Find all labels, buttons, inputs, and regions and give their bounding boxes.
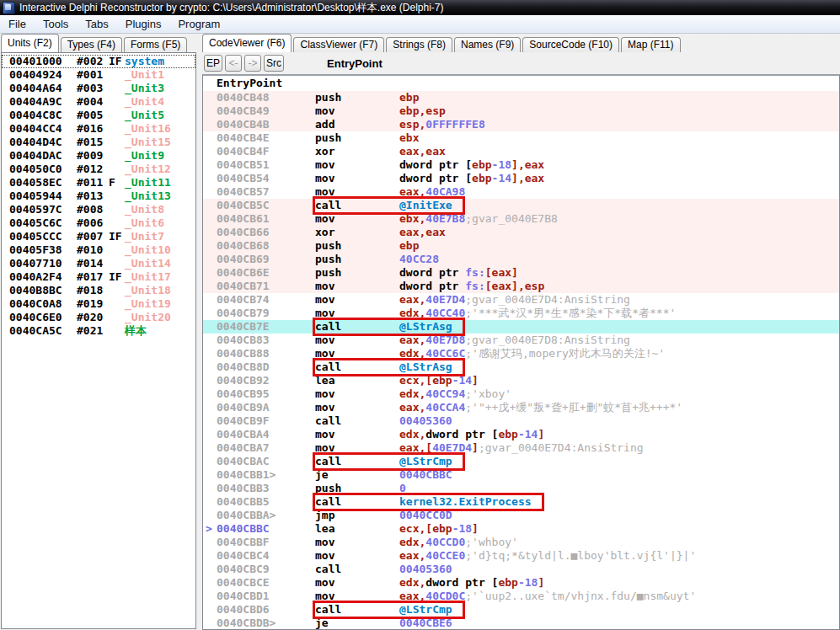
asm-operands: ebp	[399, 239, 419, 253]
asm-row-0040CB79[interactable]: 0040CB79movedx,40CC40;'***武*汉*男*生*感*染*下*…	[203, 307, 839, 320]
asm-row-0040CB9F[interactable]: 0040CB9Fcall00405360	[203, 414, 839, 428]
unit-flags	[109, 68, 125, 82]
unit-row-_Unit9[interactable]: 00404DAC#009_Unit9	[2, 149, 195, 163]
jump-target-marker	[206, 158, 217, 172]
entrypoint-button[interactable]: EP	[204, 55, 222, 72]
asm-row-0040CB8D[interactable]: 0040CB8Dcall@LStrAsg	[203, 360, 839, 374]
menu-tabs[interactable]: Tabs	[77, 15, 116, 33]
jump-target-marker	[206, 428, 217, 441]
asm-row-0040CB4E[interactable]: 0040CB4Epushebx	[203, 131, 839, 145]
asm-row-0040CB92[interactable]: 0040CB92leaecx,[ebp-14]	[203, 374, 839, 387]
tab-map-f11[interactable]: Map (F11)	[621, 37, 680, 52]
unit-address: 00405CCC	[9, 230, 77, 243]
unit-row-_Unit1[interactable]: 00404924#001_Unit1	[2, 68, 195, 82]
asm-row-0040CBD6[interactable]: 0040CBD6call@LStrCmp	[203, 603, 839, 617]
unit-name: _Unit9	[125, 149, 164, 163]
asm-row-0040CB71[interactable]: 0040CB71movdword ptr fs:[eax],esp	[203, 280, 839, 293]
unit-row-样本[interactable]: 0040CA5C#021样本	[2, 324, 195, 338]
asm-row-0040CBA4[interactable]: 0040CBA4movedx,dword ptr [ebp-14]	[203, 428, 839, 441]
jump-target-marker	[206, 509, 217, 522]
asm-operands: @LStrAsg	[399, 320, 452, 334]
tab-types-f4[interactable]: Types (F4)	[61, 37, 122, 52]
tab-codeviewer-f6[interactable]: CodeViewer (F6)	[202, 34, 292, 52]
asm-row-0040CB7E[interactable]: 0040CB7Ecall@LStrAsg	[203, 320, 839, 334]
asm-row-0040CB68[interactable]: 0040CB68pushebp	[203, 239, 839, 253]
asm-row-0040CB66[interactable]: 0040CB66xoreax,eax	[203, 226, 839, 239]
unit-row-_Unit8[interactable]: 0040597C#008_Unit8	[2, 203, 195, 216]
asm-mnemonic: mov	[315, 104, 399, 118]
asm-operands: eax,40E7D4;gvar_0040E7D4:AnsiString	[399, 293, 630, 307]
tab-sourcecode-f10[interactable]: SourceCode (F10)	[522, 37, 619, 52]
asm-row-0040CB48[interactable]: 0040CB48pushebp	[203, 91, 839, 104]
asm-row-0040CB61[interactable]: 0040CB61movebx,40E7B8;gvar_0040E7B8	[203, 212, 839, 226]
unit-row-_Unit18[interactable]: 0040B8BC#018_Unit18	[2, 284, 195, 297]
asm-row-0040CBCE[interactable]: 0040CBCEmovedx,dword ptr [ebp-18]	[203, 576, 839, 590]
asm-row-0040CB69[interactable]: 0040CB69push40CC28	[203, 253, 839, 266]
unit-row-_Unit10[interactable]: 00405F38#010_Unit10	[2, 243, 195, 257]
unit-row-_Unit12[interactable]: 004050C0#012_Unit12	[2, 163, 195, 176]
asm-row-0040CBBC[interactable]: >0040CBBCleaecx,[ebp-18]	[203, 522, 839, 536]
asm-row-0040CB51[interactable]: 0040CB51movdword ptr [ebp-18],eax	[203, 158, 839, 172]
unit-row-_Unit14[interactable]: 00407710#014_Unit14	[2, 257, 195, 270]
code-view[interactable]: EntryPoint 0040CB48pushebp0040CB49movebp…	[202, 74, 840, 630]
asm-row-0040CB74[interactable]: 0040CB74moveax,40E7D4;gvar_0040E7D4:Ansi…	[203, 293, 839, 307]
asm-row-0040CB83[interactable]: 0040CB83moveax,40E7D8;gvar_0040E7D8:Ansi…	[203, 334, 839, 347]
asm-row-0040CBD1[interactable]: 0040CBD1moveax,40CD0C;'`uup2..uxe`tm/vhj…	[203, 590, 839, 603]
asm-row-0040CBB1[interactable]: 0040CBB1>je0040CBBC	[203, 468, 839, 482]
unit-name: _Unit18	[125, 284, 171, 297]
unit-address: 00405944	[9, 190, 77, 203]
source-button[interactable]: Src	[264, 55, 284, 72]
menu-program[interactable]: Program	[169, 15, 228, 33]
unit-number: #008	[77, 203, 109, 216]
asm-row-0040CB88[interactable]: 0040CB88movedx,40CC6C;'感谢艾玛,mopery对此木马的关…	[203, 347, 839, 360]
tab-strings-f8[interactable]: Strings (F8)	[386, 37, 452, 52]
asm-row-0040CBA7[interactable]: 0040CBA7moveax,[40E7D4];gvar_0040E7D4:An…	[203, 441, 839, 455]
asm-row-0040CBC4[interactable]: 0040CBC4moveax,40CCE0;'d}tq;*&tyld|l.■lb…	[203, 549, 839, 563]
jump-target-marker	[206, 347, 217, 360]
jump-target-marker	[206, 495, 217, 509]
asm-row-0040CB5C[interactable]: 0040CB5Ccall@InitExe	[203, 199, 839, 212]
asm-operands: dword ptr fs:[eax],esp	[399, 280, 544, 293]
unit-row-_Unit11[interactable]: 004058EC#011F_Unit11	[2, 176, 195, 190]
asm-address: 0040CB66	[217, 226, 315, 239]
asm-row-0040CB95[interactable]: 0040CB95movedx,40CC94;'xboy'	[203, 387, 839, 401]
unit-row-_Unit20[interactable]: 0040C6E0#020_Unit20	[2, 311, 195, 324]
asm-address: 0040CBBA>	[217, 509, 315, 522]
unit-row-_Unit4[interactable]: 00404A9C#004_Unit4	[2, 95, 195, 109]
asm-mnemonic: call	[315, 563, 399, 576]
unit-row-_Unit15[interactable]: 00404D4C#015_Unit15	[2, 136, 195, 149]
asm-row-0040CBC9[interactable]: 0040CBC9call00405360	[203, 563, 839, 576]
jump-target-marker	[206, 563, 217, 576]
asm-row-0040CBAC[interactable]: 0040CBACcall@LStrCmp	[203, 455, 839, 468]
asm-row-0040CB9A[interactable]: 0040CB9Amoveax,40CCA4;'"++戊+缓"叛*聋+肛+删"蚊*…	[203, 401, 839, 414]
menu-plugins[interactable]: Plugins	[117, 15, 170, 33]
asm-row-0040CB57[interactable]: 0040CB57moveax,40CA98	[203, 185, 839, 199]
asm-row-0040CB54[interactable]: 0040CB54movdword ptr [ebp-14],eax	[203, 172, 839, 185]
asm-row-0040CB49[interactable]: 0040CB49movebp,esp	[203, 104, 839, 118]
unit-row-_Unit7[interactable]: 00405CCC#007IF_Unit7	[2, 230, 195, 243]
menu-tools[interactable]: Tools	[35, 15, 77, 33]
unit-row-system[interactable]: 00401000#002IFsystem	[2, 55, 195, 68]
unit-row-_Unit13[interactable]: 00405944#013_Unit13	[2, 190, 195, 203]
unit-address: 00405C6C	[9, 216, 77, 230]
asm-row-0040CBDB[interactable]: 0040CBDB>je0040CBE6	[203, 617, 839, 630]
menu-file[interactable]: File	[0, 15, 35, 33]
unit-row-_Unit16[interactable]: 00404CC4#016_Unit16	[2, 122, 195, 136]
asm-row-0040CBB5[interactable]: 0040CBB5callkernel32.ExitProcess	[203, 495, 839, 509]
asm-mnemonic: mov	[315, 387, 399, 401]
unit-row-_Unit6[interactable]: 00405C6C#006_Unit6	[2, 216, 195, 230]
unit-row-_Unit19[interactable]: 0040C0A8#019_Unit19	[2, 297, 195, 311]
unit-row-_Unit3[interactable]: 00404A64#003_Unit3	[2, 82, 195, 95]
asm-row-0040CB6E[interactable]: 0040CB6Epushdword ptr fs:[eax]	[203, 266, 839, 280]
asm-row-0040CB4F[interactable]: 0040CB4Fxoreax,eax	[203, 145, 839, 158]
asm-row-0040CBBF[interactable]: 0040CBBFmovedx,40CCD0;'whboy'	[203, 536, 839, 549]
asm-operands: 00405360	[399, 414, 452, 428]
unit-row-_Unit17[interactable]: 0040A2F4#017IF_Unit17	[2, 270, 195, 284]
tab-classviewer-f7[interactable]: ClassViewer (F7)	[293, 37, 384, 52]
asm-row-0040CB4B[interactable]: 0040CB4Baddesp,0FFFFFFE8	[203, 118, 839, 131]
tab-units-f2[interactable]: Units (F2)	[1, 34, 59, 52]
tab-names-f9[interactable]: Names (F9)	[454, 37, 521, 52]
unit-row-_Unit5[interactable]: 00404C8C#005_Unit5	[2, 109, 195, 122]
tab-forms-f5[interactable]: Forms (F5)	[124, 37, 187, 52]
unit-flags	[109, 190, 125, 203]
